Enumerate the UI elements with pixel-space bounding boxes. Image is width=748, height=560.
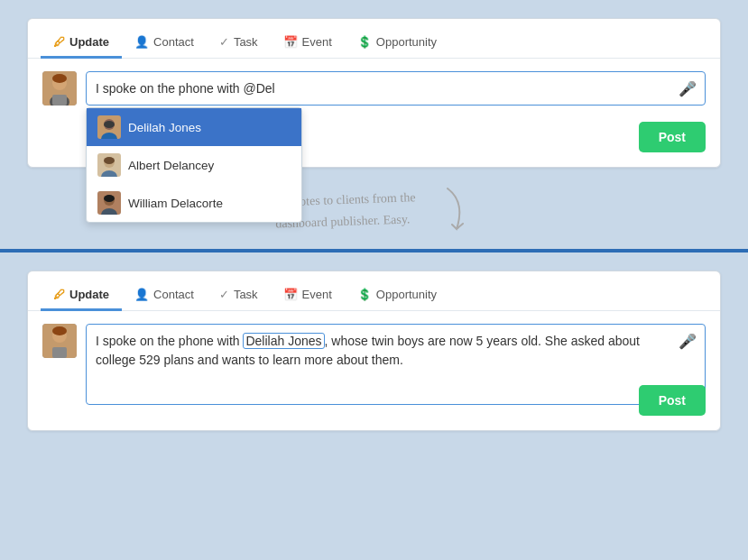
update-icon-2: 🖊 bbox=[53, 288, 65, 301]
tab-bar-1: 🖊 Update 👤 Contact ✓ Task 📅 Event 💲 Oppo… bbox=[28, 19, 720, 59]
dropdown-avatar-1 bbox=[97, 115, 121, 139]
autocomplete-dropdown: Delilah Jones bbox=[86, 107, 302, 223]
svg-point-7 bbox=[104, 121, 115, 128]
task-icon-2: ✓ bbox=[219, 288, 229, 301]
tab-update-1[interactable]: 🖊 Update bbox=[41, 28, 122, 59]
mic-icon-2: 🎤 bbox=[679, 333, 697, 350]
avatar-2 bbox=[42, 324, 77, 358]
opportunity-icon: 💲 bbox=[357, 35, 372, 49]
post-button-2[interactable]: Post bbox=[639, 385, 706, 416]
dropdown-avatar-3 bbox=[97, 191, 121, 215]
task-icon: ✓ bbox=[219, 35, 229, 49]
input-wrapper-2: I spoke on the phone with Delilah Jones,… bbox=[86, 324, 706, 405]
panel-2: 🖊 Update 👤 Contact ✓ Task 📅 Event 💲 Oppo… bbox=[27, 271, 721, 431]
dropdown-item-2[interactable]: Albert Delancey bbox=[87, 146, 301, 184]
post-input-2[interactable]: I spoke on the phone with Delilah Jones,… bbox=[86, 324, 706, 405]
tab-bar-2: 🖊 Update 👤 Contact ✓ Task 📅 Event 💲 Oppo… bbox=[28, 271, 720, 311]
svg-rect-4 bbox=[52, 95, 67, 106]
tab-task-2[interactable]: ✓ Task bbox=[207, 280, 271, 311]
annotation-arrow bbox=[434, 184, 479, 238]
input-row-1: 🎤 bbox=[42, 71, 706, 106]
post-button-1[interactable]: Post bbox=[639, 122, 706, 152]
svg-rect-20 bbox=[52, 347, 67, 358]
contact-icon-2: 👤 bbox=[134, 288, 149, 301]
avatar-1 bbox=[42, 71, 77, 106]
tab-update-label-2: Update bbox=[69, 288, 109, 301]
tab-contact-2[interactable]: 👤 Contact bbox=[122, 280, 207, 311]
input-wrapper-1: 🎤 bbox=[86, 71, 706, 106]
input-pre-mention: I spoke on the phone with bbox=[96, 334, 243, 348]
tab-task-label-2: Task bbox=[234, 288, 258, 301]
post-input-1[interactable] bbox=[86, 71, 706, 106]
panel-1-body: 🎤 bbox=[28, 59, 720, 167]
dropdown-name-2: Albert Delancey bbox=[128, 159, 214, 172]
tab-opportunity-2[interactable]: 💲 Opportunity bbox=[345, 280, 449, 311]
svg-point-19 bbox=[52, 326, 67, 335]
tab-contact-1[interactable]: 👤 Contact bbox=[122, 28, 207, 59]
svg-point-2 bbox=[52, 74, 67, 83]
contact-icon: 👤 bbox=[134, 35, 149, 49]
dropdown-name-3: William Delacorte bbox=[128, 197, 223, 210]
dropdown-item-3[interactable]: William Delacorte bbox=[87, 184, 301, 222]
opportunity-icon-2: 💲 bbox=[357, 288, 372, 301]
tab-opportunity-label-2: Opportunity bbox=[376, 288, 437, 301]
tab-task-1[interactable]: ✓ Task bbox=[207, 28, 271, 59]
tab-update-label: Update bbox=[69, 35, 109, 49]
svg-point-11 bbox=[104, 157, 115, 164]
tab-task-label: Task bbox=[234, 35, 258, 49]
tab-event-label: Event bbox=[302, 35, 332, 49]
svg-point-15 bbox=[104, 195, 115, 202]
tab-event-1[interactable]: 📅 Event bbox=[271, 28, 345, 59]
tab-contact-label: Contact bbox=[153, 35, 194, 49]
update-icon: 🖊 bbox=[53, 35, 65, 49]
tab-opportunity-label: Opportunity bbox=[376, 35, 437, 49]
dropdown-avatar-2 bbox=[97, 153, 121, 177]
tab-contact-label-2: Contact bbox=[153, 288, 194, 301]
dropdown-item-1[interactable]: Delilah Jones bbox=[87, 108, 301, 146]
tab-opportunity-1[interactable]: 💲 Opportunity bbox=[345, 28, 449, 59]
tab-update-2[interactable]: 🖊 Update bbox=[41, 280, 122, 311]
mic-icon-1: 🎤 bbox=[679, 80, 697, 97]
mention-tag: Delilah Jones bbox=[243, 333, 324, 349]
event-icon-2: 📅 bbox=[283, 288, 298, 301]
event-icon: 📅 bbox=[283, 35, 298, 49]
dropdown-name-1: Delilah Jones bbox=[128, 121, 201, 134]
tab-event-label-2: Event bbox=[302, 288, 332, 301]
blue-divider bbox=[0, 249, 748, 252]
panel-2-body: I spoke on the phone with Delilah Jones,… bbox=[28, 311, 720, 430]
panel-1: 🖊 Update 👤 Contact ✓ Task 📅 Event 💲 Oppo… bbox=[27, 18, 721, 168]
tab-event-2[interactable]: 📅 Event bbox=[271, 280, 345, 311]
input-row-2: I spoke on the phone with Delilah Jones,… bbox=[42, 324, 706, 405]
